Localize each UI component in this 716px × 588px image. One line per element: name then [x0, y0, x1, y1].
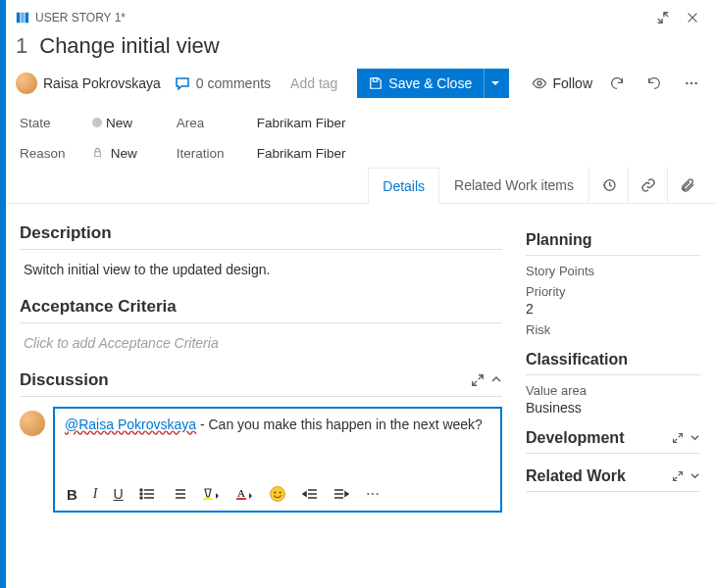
state-dot-icon — [92, 118, 102, 127]
refresh-button[interactable] — [604, 71, 630, 96]
follow-label: Follow — [553, 75, 592, 91]
font-color-button[interactable]: A — [235, 487, 253, 501]
iteration-field[interactable]: Fabrikam Fiber — [257, 146, 346, 161]
chevron-down-icon[interactable] — [690, 432, 700, 444]
svg-point-11 — [140, 493, 142, 495]
description-heading: Description — [20, 223, 502, 243]
risk-label: Risk — [526, 322, 700, 337]
svg-rect-1 — [21, 13, 25, 24]
svg-point-20 — [372, 493, 374, 495]
work-item-title[interactable]: Change initial view — [39, 33, 219, 59]
area-label: Area — [177, 116, 239, 130]
priority-label: Priority — [526, 284, 700, 299]
planning-heading: Planning — [526, 231, 700, 249]
svg-rect-13 — [203, 498, 213, 500]
divider — [20, 249, 502, 250]
discussion-text: - Can you make this happen in the next w… — [196, 416, 483, 432]
classification-heading: Classification — [526, 351, 700, 368]
svg-point-19 — [367, 493, 369, 495]
divider — [526, 255, 700, 256]
svg-point-17 — [274, 491, 276, 493]
follow-button[interactable]: Follow — [532, 75, 592, 91]
work-item-id: 1 — [16, 33, 27, 59]
svg-point-10 — [140, 489, 142, 491]
description-text[interactable]: Switch initial view to the updated desig… — [20, 260, 502, 291]
work-item-type-icon — [16, 11, 29, 24]
divider — [20, 322, 502, 323]
svg-point-7 — [694, 82, 696, 84]
comments-count: 0 comments — [196, 75, 271, 91]
svg-point-21 — [376, 493, 378, 495]
svg-point-18 — [279, 491, 281, 493]
more-formatting-button[interactable] — [365, 486, 381, 502]
save-button-label: Save & Close — [388, 75, 472, 91]
underline-button[interactable]: U — [114, 486, 124, 502]
story-points-label: Story Points — [526, 264, 700, 278]
lock-icon — [92, 146, 107, 161]
indent-button[interactable] — [333, 487, 349, 501]
svg-rect-8 — [95, 152, 101, 157]
svg-point-6 — [690, 82, 692, 84]
work-item-type-label: USER STORY 1* — [35, 11, 126, 24]
svg-point-4 — [537, 81, 541, 85]
save-and-close-button[interactable]: Save & Close — [357, 69, 484, 98]
assignee-name: Raisa Pokrovskaya — [43, 75, 161, 91]
bold-button[interactable]: B — [67, 486, 77, 503]
restore-window-button[interactable] — [651, 6, 675, 29]
avatar — [16, 73, 37, 94]
svg-rect-0 — [17, 13, 21, 24]
discussion-editor[interactable]: @Raisa Pokrovskaya - Can you make this h… — [53, 407, 502, 513]
svg-point-12 — [140, 497, 142, 499]
comments-button[interactable]: 0 comments — [175, 75, 271, 91]
expand-icon[interactable] — [672, 432, 684, 444]
highlight-button[interactable] — [202, 487, 220, 501]
revert-button[interactable] — [641, 71, 667, 96]
svg-rect-15 — [236, 498, 246, 500]
state-field[interactable]: New — [92, 116, 132, 130]
mention[interactable]: @Raisa Pokrovskaya — [65, 416, 196, 432]
svg-point-5 — [686, 82, 688, 84]
reason-field[interactable]: New — [92, 146, 137, 161]
svg-text:A: A — [237, 487, 245, 499]
value-area-field[interactable]: Business — [526, 400, 700, 416]
tab-links[interactable] — [628, 167, 667, 203]
development-heading: Development — [526, 429, 624, 447]
italic-button[interactable]: I — [93, 486, 98, 502]
close-button[interactable] — [681, 6, 704, 29]
save-dropdown-button[interactable] — [484, 69, 509, 98]
divider — [526, 453, 700, 454]
assignee-field[interactable]: Raisa Pokrovskaya — [16, 73, 161, 94]
expand-icon[interactable] — [471, 373, 485, 387]
discussion-input[interactable]: @Raisa Pokrovskaya - Can you make this h… — [55, 409, 500, 477]
state-label: State — [20, 116, 75, 130]
area-field[interactable]: Fabrikam Fiber — [257, 116, 346, 130]
tab-related-work-items[interactable]: Related Work items — [439, 167, 588, 203]
divider — [526, 374, 700, 375]
svg-rect-3 — [374, 78, 378, 82]
svg-rect-2 — [26, 13, 29, 24]
emoji-button[interactable] — [269, 485, 286, 503]
expand-icon[interactable] — [672, 470, 684, 482]
priority-field[interactable]: 2 — [526, 301, 700, 317]
divider — [20, 396, 502, 397]
outdent-button[interactable] — [302, 487, 318, 501]
tab-details[interactable]: Details — [368, 168, 439, 204]
avatar — [20, 411, 45, 436]
tab-history[interactable] — [588, 167, 628, 203]
iteration-label: Iteration — [177, 146, 239, 161]
reason-label: Reason — [20, 146, 75, 161]
related-work-heading: Related Work — [526, 467, 626, 485]
tab-attachments[interactable] — [667, 167, 706, 203]
more-actions-button[interactable] — [679, 71, 704, 96]
add-tag-button[interactable]: Add tag — [284, 74, 343, 93]
divider — [526, 491, 700, 492]
bullet-list-button[interactable] — [139, 487, 155, 501]
svg-point-16 — [270, 487, 284, 502]
discussion-heading: Discussion — [20, 370, 109, 390]
chevron-down-icon[interactable] — [690, 470, 700, 482]
collapse-chevron-icon[interactable] — [490, 373, 502, 387]
acceptance-criteria-placeholder[interactable]: Click to add Acceptance Criteria — [20, 333, 502, 365]
value-area-label: Value area — [526, 383, 700, 398]
acceptance-criteria-heading: Acceptance Criteria — [20, 297, 502, 317]
numbered-list-button[interactable] — [171, 487, 186, 501]
